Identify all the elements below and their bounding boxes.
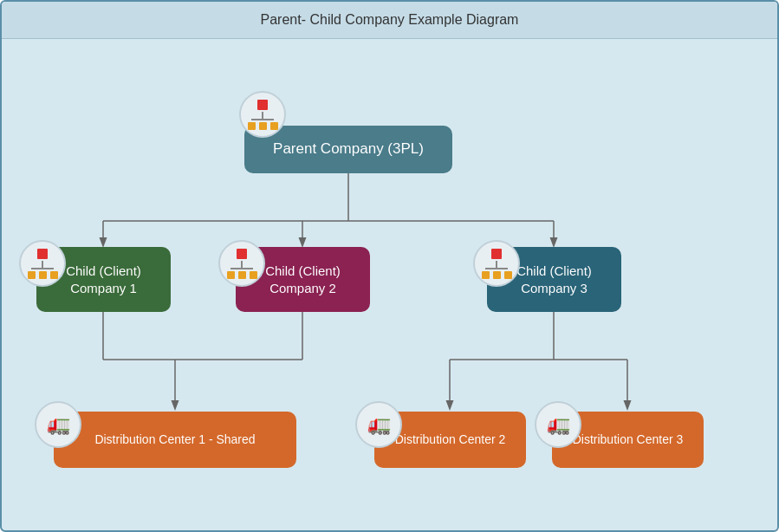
diagram-title: Parent- Child Company Example Diagram <box>2 2 777 39</box>
dist2-icon-circle: 🚛 <box>355 401 402 448</box>
dist3-icon-circle: 🚛 <box>535 401 581 448</box>
child3-icon-circle <box>473 240 520 287</box>
parent-icon-circle <box>239 91 286 138</box>
dist1-node: Distribution Center 1 - Shared <box>54 412 296 468</box>
org-chart-icon-parent <box>248 100 278 130</box>
truck-icon-dist2: 🚛 <box>367 413 391 436</box>
diagram-container: Parent- Child Company Example Diagram <box>0 0 779 532</box>
diagram-body: 🚛 🚛 🚛 Parent Company (3PL) Child (Client… <box>2 39 777 531</box>
child1-icon-circle <box>19 240 66 287</box>
child2-icon-circle <box>218 240 265 287</box>
truck-icon-dist1: 🚛 <box>47 413 70 436</box>
truck-icon-dist3: 🚛 <box>547 413 570 436</box>
dist1-icon-circle: 🚛 <box>35 401 81 448</box>
org-chart-icon-child2 <box>227 249 257 279</box>
org-chart-icon-child3 <box>482 249 512 279</box>
org-chart-icon-child1 <box>28 249 58 279</box>
